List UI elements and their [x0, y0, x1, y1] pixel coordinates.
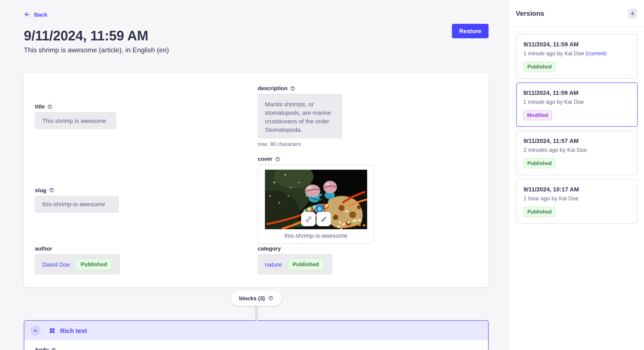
block-type-label: Rich text — [60, 327, 87, 334]
slug-input — [35, 196, 119, 212]
blocks-label: blocks (3) — [239, 295, 265, 301]
earth-icon — [51, 347, 56, 350]
body-label: body — [35, 347, 48, 350]
field-cover: cover — [258, 156, 374, 244]
title-label: title — [35, 103, 45, 110]
earth-icon — [268, 296, 274, 301]
version-date: 9/11/2024, 11:59 AM — [524, 41, 630, 48]
fields-panel: title description Mantis shrimps, or sto… — [24, 73, 488, 287]
page-title: 9/11/2024, 11:59 AM — [24, 28, 169, 43]
rich-text-block: Rich text body — [24, 320, 488, 350]
version-status-badge: Published — [524, 62, 556, 72]
cover-label: cover — [258, 156, 272, 162]
author-label: author — [35, 245, 52, 252]
version-status-badge: Modified — [523, 110, 552, 120]
version-meta: 1 minute ago by Kai Doe (current) — [524, 50, 630, 57]
earth-icon — [49, 187, 54, 193]
versions-count-badge: 4 — [628, 8, 637, 18]
category-relation: nature Published — [258, 254, 332, 274]
author-relation: David Doe Published — [35, 254, 120, 274]
app-root: Back 9/11/2024, 11:59 AM This shrimp is … — [0, 0, 644, 350]
versions-title: Versions — [516, 9, 544, 17]
cover-filename: this-shrimp-is-awesome — [265, 232, 367, 239]
author-status-badge: Published — [76, 258, 112, 270]
version-detail-main: Back 9/11/2024, 11:59 AM This shrimp is … — [0, 0, 508, 350]
blocks-connector — [255, 306, 258, 321]
page-header: Back 9/11/2024, 11:59 AM This shrimp is … — [24, 0, 488, 54]
earth-icon — [47, 104, 52, 109]
current-label: (current) — [586, 50, 606, 57]
blocks-zone: blocks (3) — [24, 287, 488, 320]
rich-text-block-header: Rich text — [24, 321, 488, 340]
rich-text-block-body: body — [24, 340, 488, 350]
description-hint: max. 80 characters — [258, 141, 342, 147]
page-subtitle: This shrimp is awesome (article), in Eng… — [24, 46, 169, 54]
field-category: category nature Published — [258, 245, 332, 274]
back-label: Back — [34, 11, 47, 18]
component-grid-icon — [50, 328, 55, 333]
version-meta: 1 hour ago by Kai Doe — [524, 195, 630, 201]
description-label: description — [258, 85, 288, 91]
versions-list: 9/11/2024, 11:59 AM 1 minute ago by Kai … — [509, 27, 644, 230]
back-arrow-icon — [24, 11, 31, 18]
version-date: 9/11/2024, 11:59 AM — [523, 89, 630, 96]
category-link[interactable]: nature — [265, 261, 282, 268]
version-meta: 2 minutes ago by Kai Doe — [524, 147, 630, 153]
category-label: category — [258, 245, 281, 252]
cover-card: this-shrimp-is-awesome — [258, 165, 374, 244]
field-description: description Mantis shrimps, or stomatopo… — [258, 85, 342, 147]
field-title: title — [35, 103, 116, 129]
version-card-selected[interactable]: 9/11/2024, 11:59 AM 1 minute ago by Kai … — [516, 82, 638, 127]
earth-icon — [275, 156, 280, 161]
earth-icon — [290, 86, 295, 91]
version-date: 9/11/2024, 11:57 AM — [524, 137, 630, 144]
description-textarea: Mantis shrimps, or stomatopods, are mari… — [258, 94, 342, 138]
version-status-badge: Published — [524, 207, 556, 217]
category-status-badge: Published — [288, 258, 324, 270]
version-card[interactable]: 9/11/2024, 10:17 AM 1 hour ago by Kai Do… — [516, 179, 638, 224]
copy-link-button[interactable] — [301, 212, 316, 226]
author-link[interactable]: David Doe — [42, 261, 70, 268]
collapse-icon — [33, 328, 38, 333]
edit-cover-button[interactable] — [316, 212, 331, 226]
pencil-icon — [320, 215, 327, 223]
link-icon — [305, 215, 312, 223]
slug-label: slug — [35, 187, 46, 193]
versions-header: Versions 4 — [509, 0, 644, 27]
back-link[interactable]: Back — [24, 11, 47, 18]
collapse-button[interactable] — [30, 325, 40, 336]
field-slug: slug — [35, 187, 119, 212]
versions-sidebar: Versions 4 9/11/2024, 11:59 AM 1 minute … — [508, 0, 644, 350]
version-meta: 1 minute ago by Kai Doe — [523, 98, 630, 105]
field-author: author David Doe Published — [35, 245, 120, 274]
restore-button[interactable]: Restore — [452, 24, 488, 38]
version-card[interactable]: 9/11/2024, 11:57 AM 2 minutes ago by Kai… — [516, 131, 638, 175]
version-date: 9/11/2024, 10:17 AM — [524, 186, 630, 193]
title-input — [35, 112, 116, 129]
blocks-pill: blocks (3) — [230, 291, 282, 306]
version-card[interactable]: 9/11/2024, 11:59 AM 1 minute ago by Kai … — [516, 34, 638, 79]
version-status-badge: Published — [524, 158, 556, 169]
